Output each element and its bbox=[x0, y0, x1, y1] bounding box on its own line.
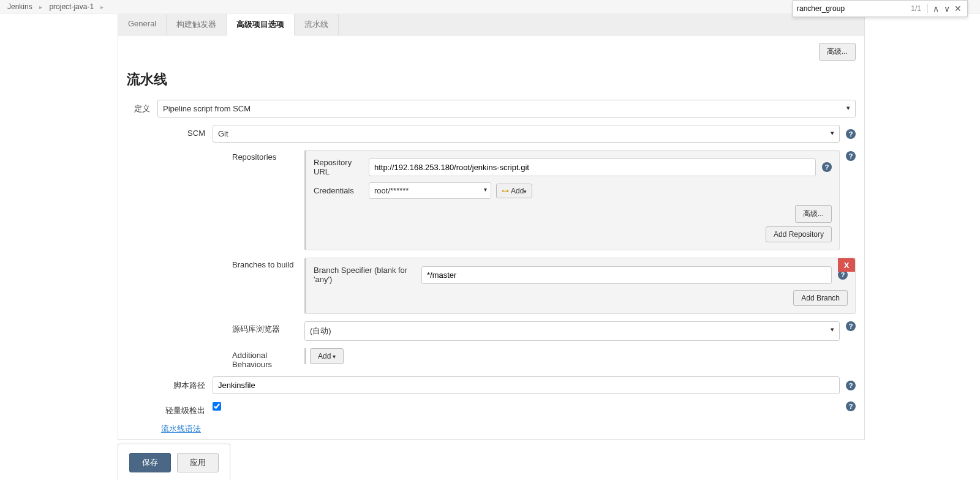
repo-browser-select[interactable]: (自动) bbox=[304, 321, 840, 341]
label-scm: SCM bbox=[127, 125, 213, 138]
advanced-button-top[interactable]: 高级... bbox=[819, 43, 856, 61]
branch-panel: X Branch Specifier (blank for 'any') ? A… bbox=[304, 258, 856, 314]
add-behaviour-button[interactable]: Add bbox=[310, 348, 344, 364]
chevron-right-icon: ▸ bbox=[39, 4, 42, 10]
find-next-icon[interactable]: ∨ bbox=[941, 4, 952, 13]
repository-panel: Repository URL ? Credentials root/******… bbox=[304, 150, 840, 250]
config-panel: General 构建触发器 高级项目选项 流水线 高级... 流水线 定义 Pi… bbox=[118, 14, 865, 440]
pipeline-syntax-link[interactable]: 流水线语法 bbox=[161, 424, 201, 433]
add-repository-button[interactable]: Add Repository bbox=[766, 226, 832, 242]
help-icon[interactable]: ? bbox=[846, 321, 856, 331]
help-icon[interactable]: ? bbox=[822, 162, 832, 172]
add-branch-button[interactable]: Add Branch bbox=[793, 290, 848, 306]
label-credentials: Credentials bbox=[314, 186, 369, 195]
label-additional-behaviours: Additional Behaviours bbox=[127, 348, 304, 369]
save-button[interactable]: 保存 bbox=[129, 453, 171, 472]
label-branch-spec: Branch Specifier (blank for 'any') bbox=[314, 266, 421, 284]
credentials-select[interactable]: root/****** bbox=[369, 182, 491, 199]
label-repositories: Repositories bbox=[127, 150, 304, 162]
section-title-pipeline: 流水线 bbox=[127, 70, 856, 89]
advanced-button-repo[interactable]: 高级... bbox=[795, 205, 832, 223]
label-branches: Branches to build bbox=[127, 258, 304, 269]
find-bar: 1/1 ∧ ∨ ✕ bbox=[793, 0, 968, 17]
footer-buttons: 保存 应用 bbox=[118, 444, 230, 481]
tab-pipeline[interactable]: 流水线 bbox=[295, 14, 339, 35]
scm-select[interactable]: Git bbox=[213, 125, 840, 143]
definition-select[interactable]: Pipeline script from SCM bbox=[157, 100, 856, 117]
label-script-path: 脚本路径 bbox=[127, 376, 213, 391]
branch-specifier-input[interactable] bbox=[421, 266, 832, 284]
script-path-input[interactable] bbox=[213, 376, 840, 394]
close-icon[interactable]: X bbox=[838, 258, 855, 272]
label-lightweight: 轻量级检出 bbox=[127, 401, 213, 416]
chevron-right-icon: ▸ bbox=[100, 4, 104, 10]
tab-general[interactable]: General bbox=[118, 14, 167, 35]
find-input[interactable] bbox=[797, 4, 907, 13]
find-count: 1/1 bbox=[911, 4, 921, 13]
tab-build-triggers[interactable]: 构建触发器 bbox=[167, 14, 227, 35]
key-icon: ⊶ bbox=[502, 187, 509, 195]
lightweight-checkout-checkbox[interactable] bbox=[213, 402, 221, 411]
tab-advanced-options[interactable]: 高级项目选项 bbox=[227, 14, 295, 35]
help-icon[interactable]: ? bbox=[846, 129, 856, 139]
find-close-icon[interactable]: ✕ bbox=[952, 4, 963, 13]
label-repo-url: Repository URL bbox=[314, 158, 369, 176]
repository-url-input[interactable] bbox=[369, 158, 816, 176]
breadcrumb-jenkins[interactable]: Jenkins bbox=[7, 2, 32, 11]
tab-bar: General 构建触发器 高级项目选项 流水线 bbox=[118, 14, 864, 35]
find-prev-icon[interactable]: ∧ bbox=[930, 4, 941, 13]
breadcrumb-project[interactable]: project-java-1 bbox=[49, 2, 94, 11]
help-icon[interactable]: ? bbox=[846, 381, 856, 390]
add-credentials-button[interactable]: ⊶Add▾ bbox=[496, 184, 532, 198]
label-repo-browser: 源码库浏览器 bbox=[127, 321, 304, 335]
apply-button[interactable]: 应用 bbox=[177, 453, 219, 472]
label-definition: 定义 bbox=[127, 100, 157, 114]
help-icon[interactable]: ? bbox=[846, 401, 856, 411]
help-icon[interactable]: ? bbox=[846, 151, 856, 161]
